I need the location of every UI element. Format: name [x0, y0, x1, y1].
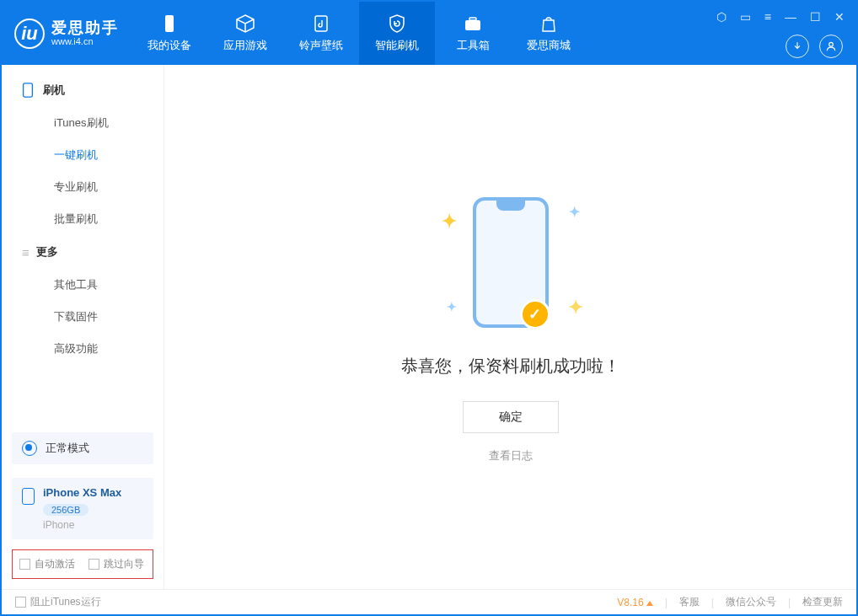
user-icon: [825, 40, 837, 52]
mode-icon: [22, 441, 37, 456]
account-button[interactable]: [819, 35, 843, 58]
shield-refresh-icon: [387, 13, 407, 34]
tab-toolbox[interactable]: 工具箱: [435, 2, 511, 65]
app-subtitle: www.i4.cn: [51, 36, 119, 46]
main-content: ✦ ✦ ✦ ✦ ✓ 恭喜您，保资料刷机成功啦！ 确定 查看日志: [164, 65, 856, 589]
device-type: iPhone: [43, 519, 121, 531]
wechat-link[interactable]: 微信公众号: [726, 595, 776, 609]
skip-guide-checkbox[interactable]: 跳过向导: [88, 557, 144, 571]
app-logo: iu 爱思助手 www.i4.cn: [2, 2, 131, 65]
music-file-icon: [311, 13, 331, 34]
download-button[interactable]: [786, 35, 809, 58]
nav-tabs: 我的设备 应用游戏 铃声壁纸 智能刷机 工具箱 爱思商城: [131, 2, 587, 65]
feedback-button[interactable]: ▭: [740, 10, 751, 24]
ok-button[interactable]: 确定: [463, 401, 559, 433]
version-label: V8.16: [617, 597, 643, 608]
checkbox-icon: [88, 559, 99, 570]
tab-apps-games[interactable]: 应用游戏: [207, 2, 283, 65]
phone-icon: [22, 488, 35, 505]
tab-label: 铃声壁纸: [299, 38, 343, 53]
view-log-link[interactable]: 查看日志: [489, 448, 533, 463]
tab-my-device[interactable]: 我的设备: [131, 2, 207, 65]
section-label: 更多: [36, 244, 58, 260]
sidebar-item-pro-flash[interactable]: 专业刷机: [2, 171, 164, 203]
sidebar: 刷机 iTunes刷机 一键刷机 专业刷机 批量刷机 ≡ 更多 其他工具 下载固…: [2, 65, 164, 589]
version-link[interactable]: V8.16: [617, 597, 652, 608]
device-icon: [159, 13, 180, 34]
checkbox-icon: [19, 559, 30, 570]
section-label: 刷机: [43, 83, 65, 98]
svg-point-4: [829, 42, 834, 46]
toolbox-icon: [463, 13, 483, 34]
sidebar-item-download-firmware[interactable]: 下载固件: [2, 301, 164, 333]
device-card[interactable]: iPhone XS Max 256GB iPhone: [12, 478, 153, 539]
sidebar-section-flash: 刷机: [2, 73, 164, 107]
sidebar-section-more: ≡ 更多: [2, 235, 164, 269]
checkbox-icon: [15, 597, 26, 608]
app-title: 爱思助手: [51, 20, 119, 37]
mode-card[interactable]: 正常模式: [12, 432, 153, 464]
sidebar-item-advanced[interactable]: 高级功能: [2, 333, 164, 365]
tab-label: 工具箱: [457, 38, 490, 53]
tab-label: 爱思商城: [527, 38, 571, 53]
sidebar-item-other-tools[interactable]: 其他工具: [2, 269, 164, 301]
status-bar: 阻止iTunes运行 V8.16 | 客服 | 微信公众号 | 检查更新: [2, 589, 856, 614]
success-illustration: ✦ ✦ ✦ ✦ ✓: [426, 190, 595, 334]
check-badge-icon: ✓: [520, 299, 550, 329]
options-row: 自动激活 跳过向导: [12, 549, 153, 579]
mode-label: 正常模式: [46, 441, 89, 456]
tab-smart-flash[interactable]: 智能刷机: [359, 2, 435, 65]
checkbox-label: 阻止iTunes运行: [30, 596, 101, 608]
sidebar-item-batch-flash[interactable]: 批量刷机: [2, 203, 164, 235]
minimize-button[interactable]: —: [785, 10, 796, 24]
svg-rect-2: [465, 20, 480, 30]
check-update-link[interactable]: 检查更新: [802, 595, 843, 609]
download-icon: [791, 40, 803, 52]
customer-service-link[interactable]: 客服: [679, 595, 700, 609]
device-storage: 256GB: [43, 504, 88, 516]
sidebar-item-itunes-flash[interactable]: iTunes刷机: [2, 107, 164, 139]
svg-rect-1: [315, 16, 327, 31]
checkbox-label: 跳过向导: [104, 558, 144, 570]
device-info: iPhone XS Max 256GB iPhone: [43, 486, 121, 531]
tab-label: 智能刷机: [375, 38, 419, 53]
sparkle-icon: ✦: [447, 300, 457, 313]
maximize-button[interactable]: ☐: [810, 10, 821, 24]
sidebar-item-oneclick-flash[interactable]: 一键刷机: [2, 139, 164, 171]
phone-illustration: ✓: [473, 197, 549, 328]
title-bar: iu 爱思助手 www.i4.cn 我的设备 应用游戏 铃声壁纸 智能刷机 工具…: [2, 2, 856, 65]
svg-rect-0: [165, 15, 174, 32]
sparkle-icon: ✦: [442, 211, 457, 233]
device-name: iPhone XS Max: [43, 486, 121, 499]
svg-rect-5: [24, 83, 33, 97]
skin-button[interactable]: ⬡: [716, 10, 727, 24]
checkbox-label: 自动激活: [35, 558, 75, 570]
auto-activate-checkbox[interactable]: 自动激活: [19, 557, 75, 571]
sparkle-icon: ✦: [568, 297, 583, 319]
bag-icon: [539, 13, 559, 34]
triangle-up-icon: [646, 601, 653, 606]
sparkle-icon: ✦: [569, 204, 580, 220]
cube-icon: [235, 13, 255, 34]
phone-icon: [22, 83, 34, 98]
tab-label: 应用游戏: [223, 38, 267, 53]
svg-rect-3: [469, 18, 476, 20]
menu-button[interactable]: ≡: [764, 10, 771, 24]
tab-label: 我的设备: [147, 38, 191, 53]
success-message: 恭喜您，保资料刷机成功啦！: [401, 355, 620, 378]
logo-icon: iu: [14, 19, 45, 49]
list-icon: ≡: [22, 245, 27, 260]
close-button[interactable]: ✕: [834, 10, 845, 24]
tab-ringtones[interactable]: 铃声壁纸: [283, 2, 359, 65]
tab-store[interactable]: 爱思商城: [511, 2, 587, 65]
block-itunes-checkbox[interactable]: 阻止iTunes运行: [15, 595, 101, 609]
